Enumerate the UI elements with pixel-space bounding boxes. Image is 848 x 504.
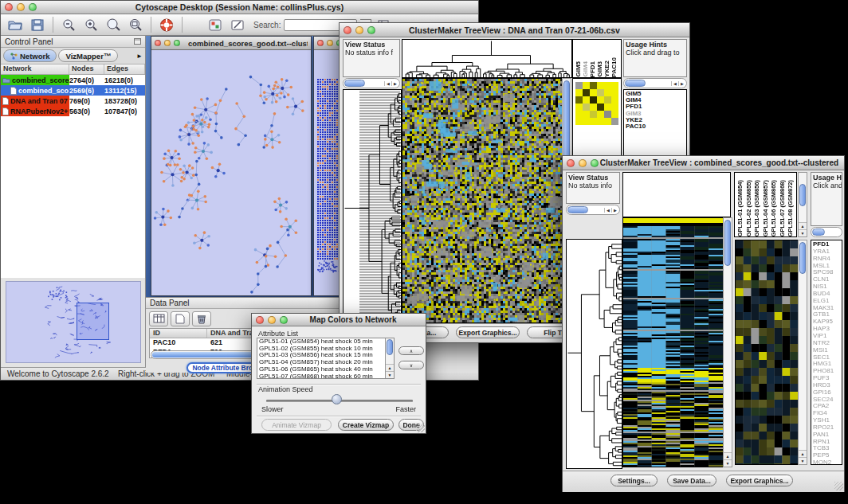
zoom-in-icon[interactable]: [81, 17, 100, 33]
zoom-window-icon[interactable]: [280, 316, 288, 324]
network-list-row[interactable]: combined_sco2569(6)13112(15): [1, 85, 145, 96]
select-attributes-icon[interactable]: [149, 311, 168, 326]
column-header-network[interactable]: Network: [1, 64, 69, 74]
move-down-button[interactable]: ∨: [398, 361, 424, 369]
save-data-button[interactable]: Save Data...: [667, 475, 716, 486]
zoom-selected-icon[interactable]: [104, 17, 123, 33]
zoom-window-icon[interactable]: [367, 26, 375, 34]
tab-overflow-arrow[interactable]: ►: [136, 53, 143, 60]
heatmap-main[interactable]: [402, 78, 563, 323]
column-label[interactable]: GIM4: [582, 61, 589, 77]
zoom-window-icon[interactable]: [29, 3, 37, 11]
network-view-2-titlebar[interactable]: [314, 37, 342, 50]
column-label[interactable]: GPL51-03 (GSM856): [753, 180, 762, 236]
help-lifebuoy-icon[interactable]: [157, 17, 176, 33]
minimize-icon[interactable]: [164, 40, 171, 46]
scroll-up-icon[interactable]: ▲: [799, 450, 807, 457]
column-label[interactable]: PAC10: [610, 57, 618, 77]
column-label[interactable]: PFD1: [589, 61, 596, 77]
column-label[interactable]: GPL51-02 (GSM855): [745, 180, 754, 236]
vizmapper-icon[interactable]: [206, 17, 225, 33]
scroll-up-icon[interactable]: ▲: [799, 222, 807, 229]
scroll-up-icon[interactable]: ▲: [724, 452, 732, 459]
network-view-titlebar[interactable]: combined_scores_good.txt--cluste...: [151, 37, 311, 50]
scroll-left-icon[interactable]: ◀: [604, 208, 611, 213]
minimize-icon[interactable]: [355, 26, 363, 34]
tab-vizmapper[interactable]: VizMapper™: [58, 49, 118, 62]
heatmap-zoom-view[interactable]: [735, 240, 799, 465]
network-view-canvas[interactable]: [151, 50, 309, 295]
dialog-titlebar[interactable]: Map Colors to Network: [252, 314, 426, 326]
heatmap-vscrollbar[interactable]: ▲ ▼: [723, 217, 732, 467]
close-icon[interactable]: [344, 26, 351, 34]
scroll-down-icon[interactable]: ▼: [724, 459, 732, 467]
open-file-button[interactable]: [6, 17, 25, 33]
animate-vizmap-button[interactable]: Animate Vizmap: [261, 419, 332, 431]
treeview-dna-titlebar[interactable]: ClusterMaker TreeView : DNA and Tran 07-…: [340, 23, 689, 37]
export-graphics-button[interactable]: Export Graphics...: [726, 475, 793, 486]
scrollbar-thumb[interactable]: [812, 229, 825, 236]
close-icon[interactable]: [5, 3, 13, 11]
scrollbar-thumb[interactable]: [387, 339, 393, 355]
new-attribute-icon[interactable]: [171, 311, 190, 326]
column-label[interactable]: GPL51-06 (GSM865): [770, 180, 779, 236]
tab-network[interactable]: Network: [3, 49, 57, 62]
column-header-id[interactable]: ID: [150, 329, 207, 338]
minimize-icon[interactable]: [17, 3, 25, 11]
scroll-right-icon[interactable]: ▶: [678, 81, 685, 86]
export-graphics-button[interactable]: Export Graphics...: [456, 326, 520, 338]
usage-hints-scrollbar[interactable]: [811, 227, 842, 237]
minimize-icon[interactable]: [579, 159, 587, 167]
network-list-row[interactable]: DNA and Tran 07769(0)183728(0): [1, 96, 145, 106]
close-icon[interactable]: [567, 159, 575, 167]
attribute-list-item[interactable]: GPL51-07 (GSM868) heat shock 60 min: [257, 373, 385, 379]
column-labels-vscrollbar[interactable]: ▲ ▼: [798, 172, 807, 237]
zoom-window-icon[interactable]: [174, 40, 180, 46]
scroll-left-icon[interactable]: ◀: [384, 81, 391, 86]
column-dendrogram[interactable]: [402, 39, 572, 78]
zoom-vscrollbar[interactable]: ▲ ▼: [798, 240, 807, 465]
slider-thumb[interactable]: [332, 394, 342, 404]
row-dendrogram[interactable]: [343, 89, 402, 325]
attribute-list-scrollbar[interactable]: ▲ ▼: [385, 338, 394, 378]
network-overview-navigator[interactable]: [6, 281, 141, 363]
treeview-combined-titlebar[interactable]: ClusterMaker TreeView : combined_scores_…: [563, 156, 844, 170]
minimize-icon[interactable]: [327, 40, 333, 46]
zoom-out-icon[interactable]: [59, 17, 78, 33]
column-label[interactable]: GPL51-01 (GSM854): [736, 180, 745, 236]
scroll-left-icon[interactable]: ◀: [671, 81, 678, 86]
scroll-right-icon[interactable]: ▶: [391, 81, 398, 86]
column-label[interactable]: GPL51-08 (GSM872): [787, 180, 795, 236]
zoom-fit-icon[interactable]: [126, 17, 145, 33]
resize-grip[interactable]: [834, 482, 843, 490]
scrollbar-thumb[interactable]: [567, 206, 588, 213]
settings-button[interactable]: Settings...: [610, 475, 658, 486]
gene-label[interactable]: MON2: [813, 459, 842, 465]
scrollbar-thumb[interactable]: [799, 242, 806, 274]
scrollbar-thumb[interactable]: [625, 80, 646, 87]
heatmap-main[interactable]: [622, 217, 724, 467]
delete-attribute-icon[interactable]: [192, 311, 211, 326]
column-label[interactable]: YKE2: [603, 61, 610, 77]
close-icon[interactable]: [155, 40, 161, 46]
minimize-icon[interactable]: [268, 316, 276, 324]
create-vizmap-button[interactable]: Create Vizmap: [338, 419, 394, 431]
scroll-down-icon[interactable]: ▼: [386, 371, 394, 378]
selection-matrix[interactable]: [575, 82, 618, 125]
view-status-scrollbar[interactable]: ◀▶: [343, 78, 400, 88]
save-button[interactable]: [28, 17, 47, 33]
scroll-up-icon[interactable]: ▲: [386, 364, 394, 371]
column-label[interactable]: GIM5: [575, 61, 582, 77]
column-header-edges[interactable]: Edges: [104, 64, 145, 74]
column-label[interactable]: GPL51-04 (GSM857): [762, 180, 771, 236]
network-view-2-canvas[interactable]: [314, 50, 342, 295]
scrollbar-thumb[interactable]: [799, 184, 806, 206]
main-titlebar[interactable]: Cytoscape Desktop (Session Name: collins…: [1, 1, 478, 14]
scrollbar-thumb[interactable]: [344, 80, 365, 87]
close-icon[interactable]: [256, 316, 264, 324]
network-list-row[interactable]: combined_scores_2764(0)16218(0): [1, 75, 145, 85]
float-panel-icon[interactable]: [134, 38, 141, 45]
usage-hints-scrollbar[interactable]: ◀▶: [623, 78, 687, 88]
scroll-down-icon[interactable]: ▼: [799, 229, 807, 236]
row-label[interactable]: PAC10: [626, 123, 686, 130]
